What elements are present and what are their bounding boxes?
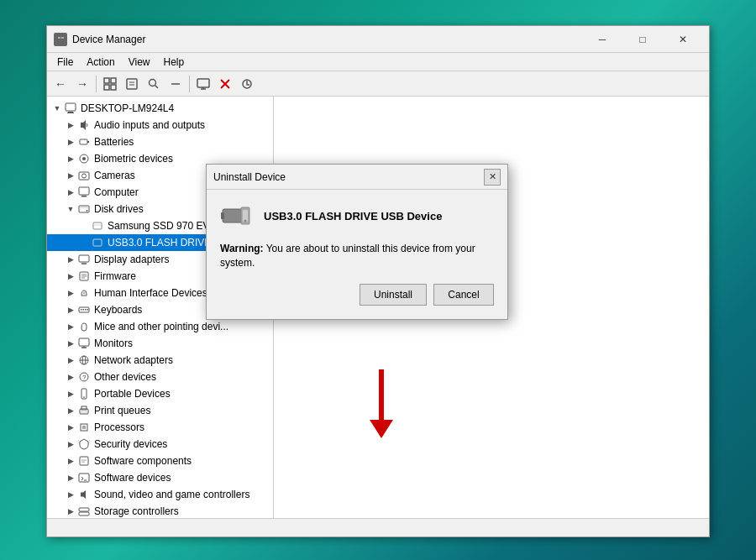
disk-drives-expand-icon: ▼ [64, 202, 77, 216]
sw-devices-label: Software devices [94, 472, 171, 484]
mice-label: Mice and other pointing devi... [94, 321, 228, 332]
monitors-expand-icon: ▶ [64, 337, 77, 350]
tree-monitors[interactable]: ▶ Monitors [47, 335, 273, 352]
monitors-icon [77, 337, 91, 350]
disk-drives-icon [77, 202, 91, 216]
tree-print[interactable]: ▶ Print queues [47, 402, 273, 419]
update-button[interactable] [237, 74, 257, 94]
maximize-button[interactable]: □ [623, 26, 662, 53]
mice-icon [77, 320, 91, 333]
network-label: Network adapters [94, 354, 173, 366]
keyboards-label: Keyboards [94, 304, 142, 316]
svg-rect-7 [127, 79, 137, 89]
cameras-label: Cameras [94, 170, 135, 181]
menu-file[interactable]: File [50, 55, 80, 70]
sw-dev-expand-icon: ▶ [64, 471, 77, 484]
svg-rect-4 [111, 78, 116, 83]
minimize-button[interactable]: ─ [583, 26, 622, 53]
window-icon [54, 33, 67, 46]
hid-label: Human Interface Devices [94, 287, 207, 299]
menu-action[interactable]: Action [80, 55, 121, 70]
firmware-expand-icon: ▶ [64, 270, 77, 283]
print-icon [77, 404, 91, 417]
audio-label: Audio inputs and outputs [94, 119, 205, 131]
disk-drives-label: Disk drives [94, 203, 144, 215]
search-button[interactable] [144, 74, 164, 94]
storage-expand-icon: ▶ [64, 505, 77, 518]
menu-help[interactable]: Help [157, 55, 192, 70]
svg-rect-19 [66, 103, 76, 111]
network-expand-icon: ▶ [64, 353, 77, 367]
svg-rect-71 [79, 512, 89, 516]
tree-batteries[interactable]: ▶ Batteries [47, 133, 273, 150]
svg-rect-64 [80, 457, 88, 465]
svg-rect-47 [85, 309, 87, 311]
network-icon [77, 353, 91, 367]
back-button[interactable]: ← [50, 74, 71, 94]
sound-expand-icon: ▶ [64, 488, 77, 501]
tree-mice[interactable]: ▶ Mice and other pointing devi... [47, 318, 273, 335]
portable-icon [77, 387, 91, 400]
properties-button[interactable] [122, 74, 142, 94]
root-expand-icon: ▼ [50, 102, 64, 115]
cameras-expand-icon: ▶ [64, 169, 77, 182]
sound-label: Sound, video and game controllers [94, 489, 249, 500]
close-button[interactable]: ✕ [664, 26, 702, 53]
tree-other[interactable]: ▶ ? Other devices [47, 369, 273, 385]
tree-storage[interactable]: ▶ Storage controllers [47, 503, 273, 518]
firmware-icon [77, 270, 91, 283]
monitors-label: Monitors [94, 338, 133, 349]
security-label: Security devices [94, 438, 167, 450]
tree-root[interactable]: ▼ DESKTOP-LM924L4 [47, 100, 273, 117]
computer-expand-icon: ▶ [64, 186, 77, 199]
biometric-expand-icon: ▶ [64, 152, 77, 165]
processors-icon [77, 421, 91, 434]
dialog-close-button[interactable]: ✕ [484, 169, 501, 186]
processors-label: Processors [94, 421, 144, 433]
cancel-button[interactable]: Cancel [433, 284, 494, 306]
window-controls: ─ □ ✕ [583, 26, 702, 53]
svg-rect-37 [79, 255, 89, 262]
show-hide-button[interactable] [100, 74, 120, 94]
uninstall-toolbar-button[interactable] [215, 74, 235, 94]
svg-rect-3 [104, 78, 109, 83]
svg-rect-61 [81, 411, 87, 413]
menu-view[interactable]: View [122, 55, 157, 70]
tree-software-devices[interactable]: ▶ Software devices [47, 469, 273, 486]
computer-icon [77, 186, 91, 199]
tree-network[interactable]: ▶ Network adapters [47, 352, 273, 369]
biometric-label: Biometric devices [94, 153, 173, 165]
svg-marker-22 [81, 120, 86, 130]
dialog-device-name: USB3.0 FLASH DRIVE USB Device [264, 210, 442, 222]
sound-icon [77, 488, 91, 501]
uninstall-button[interactable]: Uninstall [360, 284, 427, 306]
forward-button[interactable]: → [72, 74, 92, 94]
svg-rect-13 [197, 79, 209, 87]
tree-processors[interactable]: ▶ Processors [47, 419, 273, 436]
svg-rect-70 [79, 508, 89, 511]
tree-software-components[interactable]: ▶ Software components [47, 453, 273, 469]
usb-expand-icon [77, 236, 91, 249]
svg-rect-34 [93, 222, 102, 229]
computer-label: Computer [94, 186, 139, 198]
display-label: Display adapters [94, 254, 169, 265]
cameras-icon [77, 169, 91, 182]
tree-security[interactable]: ▶ Security devices [47, 436, 273, 453]
toolbar: ← → [47, 71, 709, 97]
other-icon: ? [77, 370, 91, 384]
sw-comp-icon [77, 454, 91, 468]
svg-point-26 [82, 157, 86, 160]
svg-rect-2 [61, 37, 64, 39]
display-adapter-icon [77, 253, 91, 266]
svg-rect-6 [111, 85, 116, 90]
svg-rect-36 [93, 239, 102, 246]
sw-dev-icon [77, 471, 91, 484]
svg-rect-30 [81, 196, 87, 197]
batteries-icon [77, 135, 91, 149]
tree-sound[interactable]: ▶ Sound, video and game controllers [47, 486, 273, 503]
tree-audio[interactable]: ▶ Audio inputs and outputs [47, 117, 273, 133]
collapse-button[interactable] [165, 74, 186, 94]
display-button[interactable] [193, 74, 213, 94]
dialog-device-row: USB3.0 FLASH DRIVE USB Device [220, 203, 494, 228]
tree-portable[interactable]: ▶ Portable Devices [47, 385, 273, 402]
